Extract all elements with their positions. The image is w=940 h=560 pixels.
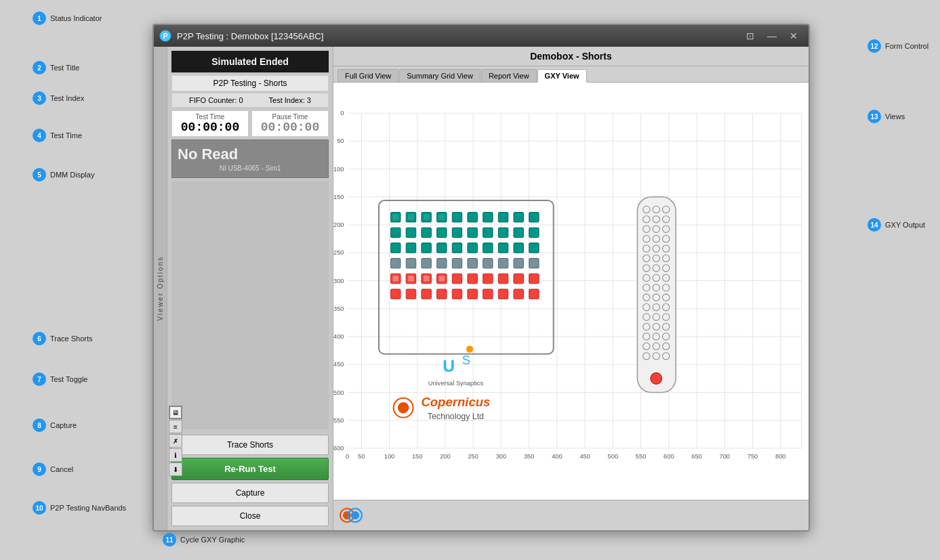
- svg-point-191: [343, 511, 351, 519]
- tab-report-view[interactable]: Report View: [481, 69, 537, 82]
- svg-rect-118: [483, 274, 493, 283]
- title-bar: P P2P Testing : Demobox [123456ABC] ⊡ — …: [154, 25, 809, 47]
- svg-rect-124: [422, 289, 431, 299]
- svg-text:600: 600: [333, 445, 344, 452]
- pause-time-label: Pause Time: [254, 113, 326, 121]
- svg-rect-106: [514, 259, 523, 268]
- svg-text:450: 450: [579, 453, 590, 460]
- svg-rect-130: [514, 289, 523, 299]
- close-window-button[interactable]: ✕: [784, 28, 803, 43]
- svg-rect-73: [468, 213, 477, 222]
- svg-text:500: 500: [333, 389, 344, 396]
- annotation-12: 12 Form Control: [867, 39, 928, 53]
- restore-button[interactable]: ⊡: [741, 28, 760, 43]
- pause-time-value: 00:00:00: [254, 121, 326, 134]
- svg-rect-100: [422, 259, 431, 268]
- time-section: Test Time 00:00:00 Pause Time 00:00:00: [171, 110, 329, 137]
- capture-button[interactable]: Capture: [171, 483, 329, 503]
- svg-rect-91: [437, 243, 447, 253]
- toolbar-list-icon[interactable]: ≡: [169, 420, 182, 433]
- test-time-box: Test Time 00:00:00: [171, 110, 249, 137]
- svg-point-181: [651, 373, 661, 384]
- left-inner: Simulated Ended P2P Testing - Shorts FIF…: [167, 47, 333, 530]
- main-window: P P2P Testing : Demobox [123456ABC] ⊡ — …: [152, 24, 810, 532]
- svg-rect-72: [452, 213, 462, 222]
- svg-text:350: 350: [524, 453, 534, 460]
- svg-text:Universal Synaptics: Universal Synaptics: [428, 380, 484, 387]
- tab-full-grid-view[interactable]: Full Grid View: [338, 69, 399, 82]
- title-controls: ⊡ — ✕: [741, 28, 803, 43]
- svg-rect-82: [452, 228, 462, 237]
- annotation-14: 14 GXY Output: [867, 218, 925, 232]
- svg-text:650: 650: [691, 453, 701, 460]
- trace-shorts-button[interactable]: Trace Shorts: [171, 435, 329, 455]
- tab-summary-grid-view[interactable]: Summary Grid View: [399, 69, 481, 82]
- spacer-area: [171, 181, 329, 429]
- svg-text:200: 200: [440, 453, 450, 460]
- svg-text:P: P: [163, 33, 168, 40]
- re-run-button[interactable]: Re-Run Test: [171, 458, 329, 480]
- gxy-chart-svg: 0 50 100 150 200 250 300 350 400 450 500…: [333, 83, 809, 500]
- svg-text:550: 550: [333, 417, 344, 424]
- svg-rect-101: [437, 259, 447, 268]
- svg-rect-116: [452, 274, 462, 283]
- minimize-button[interactable]: —: [762, 28, 781, 43]
- svg-text:250: 250: [468, 453, 478, 460]
- svg-text:300: 300: [496, 453, 506, 460]
- toolbar-down-icon[interactable]: ⬇: [169, 462, 182, 476]
- svg-text:450: 450: [333, 361, 344, 368]
- svg-rect-79: [406, 228, 415, 237]
- gxy-output-area: 0 50 100 150 200 250 300 350 400 450 500…: [333, 83, 809, 500]
- annotation-10: 10 P2P Testing NavBands: [33, 501, 126, 515]
- svg-text:250: 250: [333, 249, 344, 256]
- svg-rect-86: [514, 228, 523, 237]
- svg-rect-93: [468, 243, 477, 253]
- svg-rect-90: [422, 243, 431, 253]
- svg-rect-77: [529, 213, 539, 222]
- svg-rect-127: [468, 289, 477, 299]
- annotation-8: 8 Capture: [33, 418, 77, 432]
- svg-text:200: 200: [333, 221, 344, 228]
- svg-rect-96: [514, 243, 523, 253]
- svg-rect-65: [393, 215, 399, 220]
- viewer-options-label: Viewer Options: [157, 256, 164, 321]
- svg-text:0: 0: [340, 110, 344, 116]
- svg-text:700: 700: [720, 453, 730, 460]
- svg-text:150: 150: [412, 453, 422, 460]
- svg-rect-95: [498, 243, 508, 253]
- svg-rect-74: [483, 213, 493, 222]
- dmm-display: No Read NI USB-4065 - Sim1: [171, 139, 329, 178]
- svg-rect-103: [468, 259, 477, 268]
- nav-toolbar: 🖥 ≡ ✗ ℹ ⬇: [169, 406, 184, 476]
- svg-rect-85: [498, 228, 508, 237]
- index-label: Test Index: 3: [269, 96, 311, 104]
- svg-rect-107: [529, 259, 539, 268]
- annotation-6: 6 Trace Shorts: [33, 332, 93, 345]
- toolbar-monitor-icon[interactable]: 🖥: [169, 406, 182, 419]
- svg-text:400: 400: [552, 453, 562, 460]
- toolbar-wrench-icon[interactable]: ✗: [169, 434, 182, 448]
- svg-rect-67: [408, 215, 413, 220]
- svg-rect-94: [483, 243, 493, 253]
- toolbar-info-icon[interactable]: ℹ: [169, 448, 182, 462]
- svg-rect-117: [468, 274, 477, 283]
- svg-rect-98: [391, 259, 401, 268]
- svg-rect-71: [439, 215, 445, 220]
- tab-bar: Full Grid View Summary Grid View Report …: [333, 66, 809, 83]
- window-title: P2P Testing : Demobox [123456ABC]: [177, 31, 741, 41]
- svg-text:U: U: [443, 357, 455, 375]
- annotation-5: 5 DMM Display: [33, 168, 94, 181]
- annotation-9: 9 Cancel: [33, 462, 73, 476]
- annotation-3: 3 Test Index: [33, 91, 84, 105]
- cycle-gxy-icon[interactable]: [339, 503, 363, 527]
- svg-point-193: [351, 511, 359, 519]
- svg-rect-81: [437, 228, 447, 237]
- tab-gxy-view[interactable]: GXY View: [537, 69, 587, 83]
- fifo-label: FIFO Counter: 0: [189, 96, 243, 104]
- svg-text:800: 800: [775, 453, 785, 460]
- svg-rect-111: [408, 276, 413, 281]
- svg-text:300: 300: [333, 278, 344, 284]
- left-panel: Viewer Options 🖥 ≡ ✗ ℹ ⬇ Simulated Ended…: [154, 47, 333, 530]
- close-button[interactable]: Close: [171, 506, 329, 526]
- svg-text:150: 150: [333, 194, 344, 200]
